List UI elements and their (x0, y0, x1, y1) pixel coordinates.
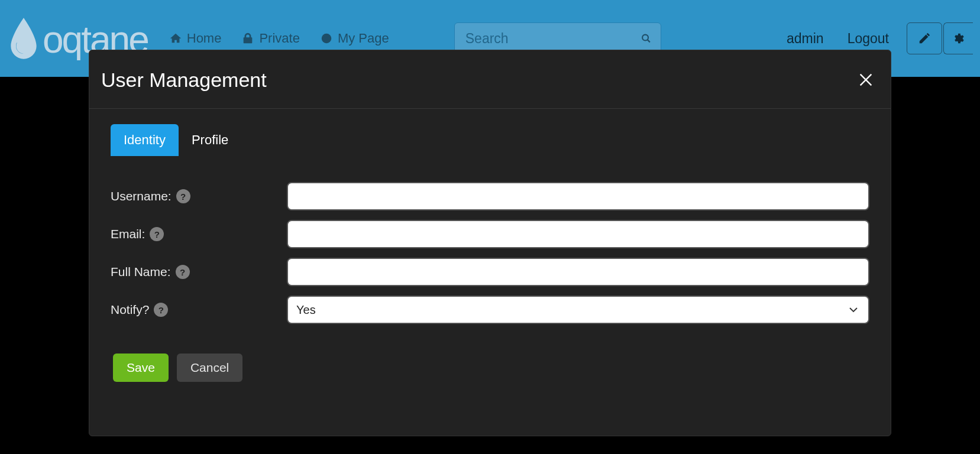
help-icon[interactable]: ? (150, 227, 164, 241)
search-icon (641, 31, 651, 46)
tab-profile[interactable]: Profile (179, 124, 241, 156)
close-icon (858, 72, 874, 88)
email-input[interactable] (287, 220, 869, 248)
tab-label: Identity (124, 132, 166, 147)
label-full-name: Full Name: ? (111, 265, 287, 279)
label-text: Username: (111, 189, 172, 203)
row-full-name: Full Name: ? (111, 253, 869, 291)
nav-item-label: My Page (338, 31, 389, 46)
search-input[interactable] (464, 30, 641, 47)
user-management-modal: User Management Identity Profile Usernam… (89, 50, 891, 436)
label-notify: Notify? ? (111, 303, 287, 317)
modal-tabs: Identity Profile (111, 124, 879, 156)
settings-button[interactable] (943, 22, 973, 54)
modal-footer: Save Cancel (101, 329, 879, 398)
label-text: Notify? (111, 303, 149, 317)
label-username: Username: ? (111, 189, 287, 203)
toolbar-icons (913, 22, 973, 54)
nav-item-private[interactable]: Private (235, 27, 305, 50)
edit-button[interactable] (907, 22, 942, 54)
gear-icon (952, 32, 965, 45)
modal-header: User Management (89, 50, 891, 98)
help-icon[interactable]: ? (154, 303, 168, 317)
tab-identity[interactable]: Identity (111, 124, 179, 156)
control-email (287, 220, 869, 248)
label-email: Email: ? (111, 227, 287, 241)
user-link[interactable]: admin (787, 31, 824, 47)
target-icon (320, 32, 333, 45)
primary-nav: Home Private My Page (163, 27, 395, 50)
notify-select[interactable]: Yes (287, 296, 869, 324)
modal-body: Identity Profile Username: ? Email: ? (89, 109, 891, 436)
row-email: Email: ? (111, 215, 869, 253)
home-icon (169, 32, 182, 45)
row-notify: Notify? ? Yes (111, 291, 869, 329)
nav-item-label: Home (187, 31, 222, 46)
nav-item-home[interactable]: Home (163, 27, 228, 50)
svg-line-4 (647, 40, 649, 42)
save-button[interactable]: Save (113, 354, 169, 382)
svg-point-3 (642, 35, 648, 41)
label-text: Full Name: (111, 265, 171, 279)
tab-label: Profile (192, 132, 228, 147)
logout-link[interactable]: Logout (848, 31, 889, 47)
pencil-icon (918, 32, 931, 45)
control-username (287, 182, 869, 210)
full-name-input[interactable] (287, 258, 869, 286)
modal-title: User Management (101, 69, 267, 92)
close-button[interactable] (858, 72, 874, 88)
svg-point-2 (325, 37, 328, 40)
username-input[interactable] (287, 182, 869, 210)
lock-icon (241, 32, 254, 45)
nav-item-my-page[interactable]: My Page (314, 27, 395, 50)
cancel-button[interactable]: Cancel (177, 354, 242, 382)
droplet-icon (8, 17, 39, 60)
row-username: Username: ? (111, 177, 869, 215)
control-full-name (287, 258, 869, 286)
nav-item-label: Private (259, 31, 299, 46)
control-notify: Yes (287, 296, 869, 324)
label-text: Email: (111, 227, 145, 241)
help-icon[interactable]: ? (176, 189, 190, 203)
help-icon[interactable]: ? (176, 265, 190, 279)
